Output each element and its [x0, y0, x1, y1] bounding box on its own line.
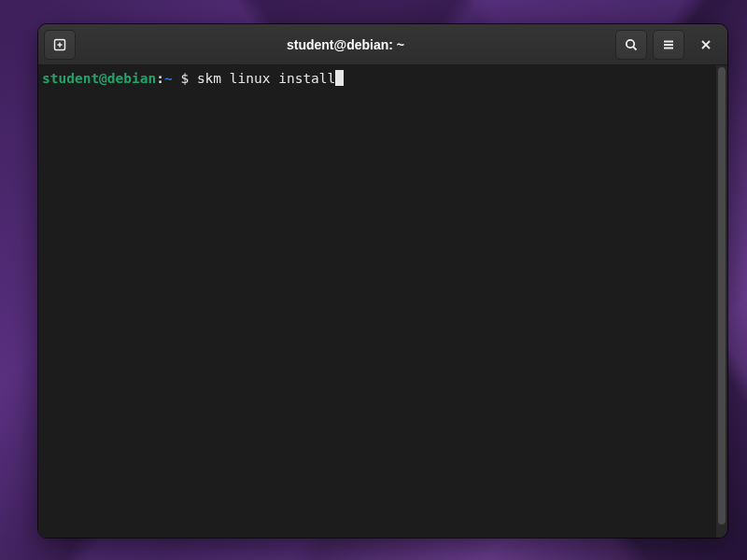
terminal-scrollbar[interactable] [716, 65, 727, 538]
window-title: student@debian: ~ [81, 37, 610, 52]
prompt-user-host: student@debian [42, 71, 156, 86]
search-button[interactable] [615, 30, 647, 60]
terminal-area[interactable]: student@debian:~ $ skm linux install [38, 65, 727, 538]
new-tab-button[interactable] [44, 30, 76, 60]
titlebar-right-controls [615, 30, 722, 60]
cursor [335, 70, 344, 86]
scrollbar-thumb[interactable] [718, 67, 726, 525]
terminal-content[interactable]: student@debian:~ $ skm linux install [38, 65, 716, 538]
prompt-symbol: $ [180, 71, 189, 86]
menu-button[interactable] [653, 30, 684, 60]
prompt-path: ~ [164, 71, 173, 86]
close-button[interactable] [690, 30, 722, 60]
command-input[interactable]: skm linux install [197, 71, 335, 86]
search-icon [624, 37, 639, 52]
new-tab-icon [52, 37, 67, 52]
prompt-separator: : [156, 71, 164, 86]
hamburger-icon [661, 37, 676, 52]
svg-point-3 [627, 39, 634, 47]
close-icon [699, 38, 712, 51]
terminal-window: student@debian: ~ [37, 23, 728, 539]
window-titlebar: student@debian: ~ [38, 24, 727, 65]
svg-line-4 [633, 47, 636, 49]
